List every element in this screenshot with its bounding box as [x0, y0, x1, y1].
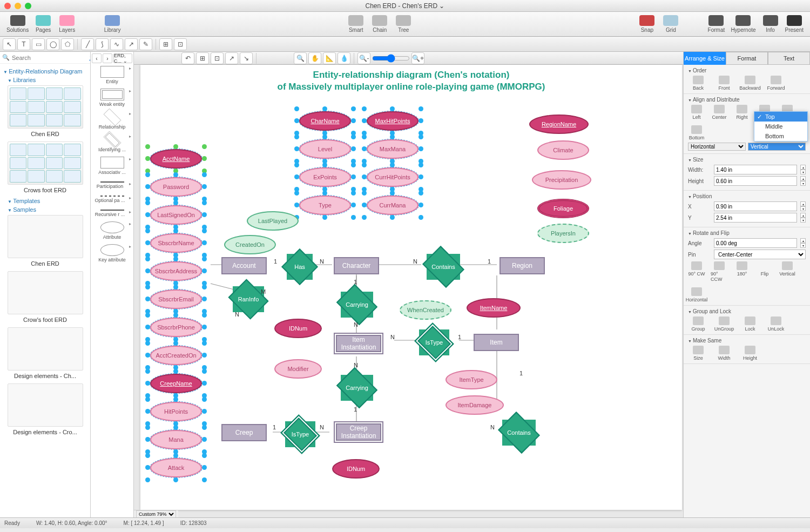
x-input[interactable]	[714, 201, 797, 211]
entity-item[interactable]: Item	[474, 334, 519, 351]
lib-optional-part[interactable]: ▸Optional pa ...	[91, 196, 133, 203]
cv-zoom-tool[interactable]: 🔍	[294, 52, 307, 64]
thumb-sample-4[interactable]	[8, 383, 83, 427]
rot-90cw[interactable]: 90° CW	[688, 261, 705, 282]
lib-associative[interactable]: ▸Associativ ...	[91, 157, 133, 175]
section-align-header[interactable]: Align and Distribute	[688, 97, 806, 103]
cv-tool3[interactable]: ↗	[225, 52, 238, 64]
thumb-sample-1[interactable]	[8, 215, 83, 258]
lib-participation[interactable]: ▸Participation	[91, 181, 133, 189]
same-width[interactable]: Width	[714, 346, 734, 361]
hypernote-button[interactable]: Hypernote	[728, 14, 758, 34]
section-size-header[interactable]: Size	[688, 157, 806, 163]
attr-precipitation[interactable]: Precipitation	[532, 170, 591, 190]
attr-itemname[interactable]: ItemName	[467, 298, 521, 318]
selected-attr-attack[interactable]: Attack	[148, 456, 204, 480]
selected-attr-currhitpoints[interactable]: CurrHitPoints	[364, 165, 421, 189]
order-forward[interactable]: Forward	[766, 76, 786, 91]
thumb-crowsfoot-lib[interactable]	[8, 142, 83, 185]
same-size[interactable]: Size	[688, 346, 708, 361]
tree-button[interactable]: Tree	[392, 14, 415, 34]
align-center[interactable]: Center	[711, 105, 728, 120]
cv-measure[interactable]: 📐	[323, 52, 336, 64]
cv-eyedrop[interactable]: 💧	[338, 52, 350, 64]
line-tool[interactable]: ╱	[81, 38, 94, 50]
tab-format[interactable]: Format	[726, 52, 768, 65]
section-rotate-header[interactable]: Rotate and Flip	[688, 230, 806, 236]
attr-itemdamage[interactable]: ItemDamage	[446, 395, 504, 415]
align-left[interactable]: Left	[688, 105, 705, 120]
entity-region[interactable]: Region	[500, 257, 545, 274]
selected-attr-hitpoints[interactable]: HitPoints	[148, 400, 204, 423]
distribute-v-select[interactable]: Vertical	[748, 143, 806, 151]
lib-key-attribute[interactable]: ▸Key attribute	[91, 244, 133, 262]
section-group-header[interactable]: Group and Lock	[688, 308, 806, 314]
canvas[interactable]: Entity-relationship diagram (Chen's nota…	[140, 65, 682, 510]
arc-tool[interactable]: ⟆	[96, 38, 109, 50]
unlock-btn[interactable]: UnLock	[766, 316, 786, 332]
maximize-window[interactable]	[25, 3, 31, 9]
selected-attr-type[interactable]: Type	[297, 193, 353, 217]
rel-istype2[interactable]: IsType	[285, 421, 315, 447]
same-height[interactable]: Height	[740, 346, 760, 361]
selected-attr-sbscrbrname[interactable]: SbscrbrName	[148, 231, 204, 255]
section-order-header[interactable]: Order	[688, 68, 806, 73]
lib-recursive[interactable]: ▸Recursive r ...	[91, 210, 133, 217]
entity-account[interactable]: Account	[221, 257, 267, 274]
entity-character[interactable]: Character	[334, 257, 379, 274]
nav-fwd[interactable]: ›	[103, 53, 112, 63]
entity-item-inst[interactable]: Item Instantiation	[334, 333, 383, 354]
grid-button[interactable]: Grid	[659, 14, 682, 34]
lib-identifying[interactable]: ▸Identifying ...	[91, 134, 133, 152]
cv-tool1[interactable]: ⊞	[196, 52, 209, 64]
width-stepper[interactable]: ▴▾	[800, 165, 806, 174]
attr-idnum2[interactable]: IDNum	[332, 459, 380, 479]
group-btn[interactable]: Group	[688, 316, 708, 332]
x-stepper[interactable]: ▴▾	[800, 201, 806, 211]
flip-h[interactable]: Horizontal	[688, 287, 705, 302]
attr-idnum[interactable]: IDNum	[274, 319, 322, 338]
selected-attr-expoints[interactable]: ExPoints	[297, 165, 353, 189]
selected-attr-maxhitpoints[interactable]: MaxHitPoints	[364, 109, 421, 133]
lock-btn[interactable]: Lock	[740, 316, 760, 332]
rel-istype[interactable]: IsType	[419, 329, 449, 355]
entity-creep-inst[interactable]: Creep Instantiation	[334, 421, 383, 443]
section-position-header[interactable]: Position	[688, 193, 806, 199]
lib-weak-entity[interactable]: ▸Weak entity	[91, 89, 133, 107]
tab-arrange[interactable]: Arrange & Size	[684, 52, 726, 65]
lib-relationship[interactable]: ▸Relationship	[91, 111, 133, 130]
smart-button[interactable]: Smart	[345, 14, 367, 34]
attr-foliage[interactable]: Foliage	[537, 199, 589, 218]
rect-tool[interactable]: ▭	[32, 38, 45, 50]
thumb-chen-lib[interactable]	[8, 85, 83, 129]
info-button[interactable]: Info	[759, 14, 782, 34]
thumb-sample-2[interactable]	[8, 271, 83, 314]
insert-tool[interactable]: ⊞	[159, 38, 172, 50]
tab-text[interactable]: Text	[768, 52, 810, 65]
selected-attr-acctname[interactable]: AcctName	[148, 147, 204, 171]
library-button[interactable]: Library	[101, 14, 124, 34]
rot-180[interactable]: 180°	[733, 261, 751, 282]
cv-undo[interactable]: ↶	[181, 52, 194, 64]
thumb-sample-3[interactable]	[8, 327, 83, 371]
height-input[interactable]	[714, 176, 797, 186]
tree-libraries[interactable]: Libraries	[8, 77, 87, 83]
search-input[interactable]	[12, 55, 86, 61]
order-backward[interactable]: Backward	[740, 76, 760, 91]
selected-attr-acctcreatedon[interactable]: AcctCreatedOn	[148, 344, 204, 367]
attr-climate[interactable]: Climate	[537, 140, 589, 160]
menu-opt-bottom[interactable]: Bottom	[754, 131, 807, 141]
minimize-window[interactable]	[15, 3, 21, 9]
tree-templates[interactable]: Templates	[8, 198, 87, 204]
selected-attr-level[interactable]: Level	[297, 137, 353, 161]
y-stepper[interactable]: ▴▾	[800, 213, 806, 223]
attr-itemtype[interactable]: ItemType	[446, 370, 497, 389]
tree-samples[interactable]: Samples	[8, 206, 87, 213]
rot-90ccw[interactable]: 90° CCW	[711, 261, 728, 282]
selected-attr-currmana[interactable]: CurrMana	[364, 193, 421, 217]
angle-stepper[interactable]: ▴▾	[800, 238, 806, 248]
cv-tool4[interactable]: ↘	[240, 52, 253, 64]
selected-attr-sbscrbremail[interactable]: SbscrbrEmail	[148, 287, 204, 311]
nav-back[interactable]: ‹	[92, 53, 102, 63]
order-front[interactable]: Front	[714, 76, 734, 91]
